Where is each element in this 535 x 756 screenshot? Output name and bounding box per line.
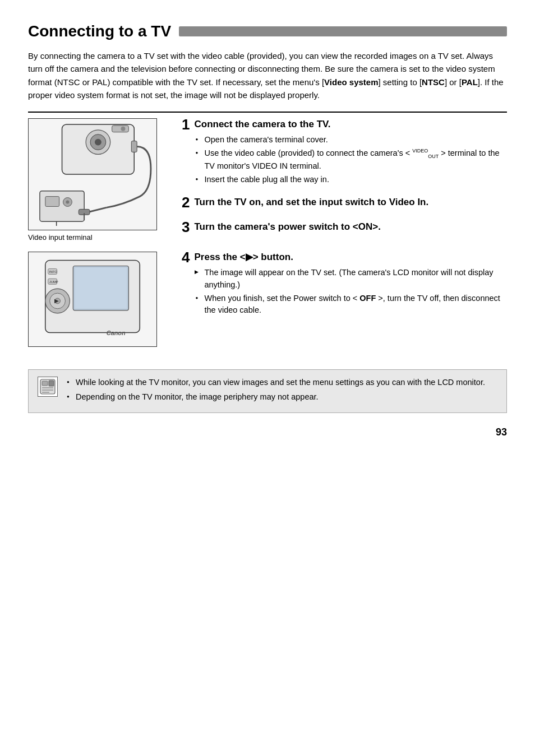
step-2-number: 2 xyxy=(182,195,190,210)
svg-text:▶: ▶ xyxy=(54,298,59,304)
step-3: 3 Turn the camera's power switch to <ON>… xyxy=(182,221,507,236)
svg-rect-31 xyxy=(49,381,54,386)
svg-point-3 xyxy=(95,139,102,146)
step-4-bullets: The image will appear on the TV set. (Th… xyxy=(194,267,507,317)
step-4-bullet-2: When you finish, set the Power switch to… xyxy=(194,293,507,317)
svg-text:JUMP: JUMP xyxy=(49,280,58,284)
spacer xyxy=(182,245,507,251)
step-1-bullets: Open the camera's terminal cover. Use th… xyxy=(194,134,507,186)
diagram-1-label: Video input terminal xyxy=(28,233,168,242)
svg-text:Canon: Canon xyxy=(107,330,126,336)
svg-point-10 xyxy=(66,201,69,204)
step-4-bullet-1: The image will appear on the TV set. (Th… xyxy=(194,267,507,291)
svg-rect-8 xyxy=(45,197,59,207)
step-2-content: Turn the TV on, and set the input switch… xyxy=(194,196,507,212)
svg-rect-27 xyxy=(42,381,48,386)
step-1-title: Connect the camera to the TV. xyxy=(194,118,507,131)
note-item-1: While looking at the TV monitor, you can… xyxy=(66,377,497,389)
title-text: Connecting to a TV xyxy=(28,22,171,40)
svg-point-5 xyxy=(121,127,125,131)
note-icon xyxy=(38,377,58,397)
step-1: 1 Connect the camera to the TV. Open the… xyxy=(182,118,507,187)
title-decoration xyxy=(179,26,507,36)
note-bullets: While looking at the TV monitor, you can… xyxy=(66,377,497,406)
step-4: 4 Press the <▶> button. The image will a… xyxy=(182,251,507,318)
page-number: 93 xyxy=(28,426,507,438)
note-item-2: Depending on the TV monitor, the image p… xyxy=(66,391,497,403)
step-2-title: Turn the TV on, and set the input switch… xyxy=(194,196,507,208)
step-1-bullet-2: Use the video cable (provided) to connec… xyxy=(194,147,507,173)
diagram-2: INFO JUMP ▶ Canon xyxy=(28,252,157,347)
step-1-bullet-1: Open the camera's terminal cover. xyxy=(194,134,507,146)
right-column: 1 Connect the camera to the TV. Open the… xyxy=(168,113,507,347)
svg-rect-4 xyxy=(112,126,129,132)
diagram-1 xyxy=(28,118,157,230)
step-1-number: 1 xyxy=(182,117,190,132)
svg-text:INFO: INFO xyxy=(49,270,58,273)
step-2: 2 Turn the TV on, and set the input swit… xyxy=(182,196,507,212)
page-title: Connecting to a TV xyxy=(28,22,507,40)
step-1-content: Connect the camera to the TV. Open the c… xyxy=(194,118,507,187)
note-section: While looking at the TV monitor, you can… xyxy=(28,369,507,413)
step-4-number: 4 xyxy=(182,250,190,265)
step-1-bullet-3: Insert the cable plug all the way in. xyxy=(194,174,507,186)
intro-paragraph: By connecting the camera to a TV set wit… xyxy=(28,49,507,101)
left-column: Video input terminal INFO JUMP ▶ xyxy=(28,113,168,347)
step-3-title: Turn the camera's power switch to <ON>. xyxy=(194,221,507,233)
step-3-number: 3 xyxy=(182,220,190,234)
main-content: Video input terminal INFO JUMP ▶ xyxy=(28,113,507,347)
step-3-content: Turn the camera's power switch to <ON>. xyxy=(194,221,507,236)
step-4-title: Press the <▶> button. xyxy=(194,251,507,263)
svg-rect-6 xyxy=(131,141,137,152)
svg-rect-16 xyxy=(75,267,127,308)
step-4-content: Press the <▶> button. The image will app… xyxy=(194,251,507,318)
